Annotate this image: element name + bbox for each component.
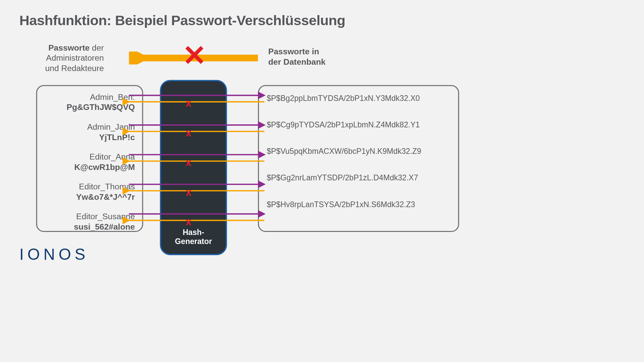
cross-icon: x bbox=[186, 157, 192, 168]
user-entry: Admin_Janin YjTLnP!c bbox=[44, 122, 135, 142]
center-line2: Generator bbox=[175, 237, 212, 245]
cross-icon: x bbox=[186, 98, 192, 108]
hash-entry: $P$Vu5pqKbmACXW/6bcP1yN.K9Mdk32.Z9 bbox=[267, 147, 450, 156]
label-left-line2: Administratoren bbox=[46, 53, 104, 63]
hash-generator-box: Hash- Generator bbox=[160, 80, 227, 255]
hash-entry: $P$Bg2ppLbmTYDSA/2bP1xN.Y3Mdk32.X0 bbox=[267, 94, 450, 103]
hash-generator-label: Hash- Generator bbox=[175, 228, 212, 246]
brand-logo: IONOS bbox=[19, 245, 89, 263]
user-entry: Admin_Ben: Pg&GThJW$QVQ bbox=[44, 92, 135, 113]
label-left-line3: und Redakteure bbox=[45, 64, 104, 73]
user-password: susi_562#alone bbox=[44, 222, 135, 232]
cross-icon: x bbox=[186, 217, 192, 227]
hashed-passwords-box: $P$Bg2ppLbmTYDSA/2bP1xN.Y3Mdk32.X0 $P$Cg… bbox=[258, 85, 459, 232]
diagram-title: Hashfunktion: Beispiel Passwort-Verschlü… bbox=[19, 12, 345, 28]
label-left-bold: Passworte bbox=[48, 43, 90, 52]
cross-icon: x bbox=[186, 128, 192, 138]
user-password: YjTLnP!c bbox=[44, 132, 135, 142]
user-password: Yw&o7&*J^^7r bbox=[44, 192, 135, 202]
user-entry: Editor_Thomas Yw&o7&*J^^7r bbox=[44, 181, 135, 202]
user-name: Admin_Janin bbox=[87, 122, 135, 132]
user-name: Editor_Thomas bbox=[79, 182, 135, 191]
hash-entry: $P$Cg9pTYDSA/2bP1xpLbmN.Z4Mdk82.Y1 bbox=[267, 120, 450, 129]
label-left-rest1: der bbox=[90, 43, 104, 52]
label-passwords-source: Passworte der Administratoren und Redakt… bbox=[45, 43, 104, 73]
label-right-line1: Passworte in bbox=[268, 47, 319, 56]
label-right-line2: der Datenbank bbox=[268, 57, 326, 67]
user-name: Editor_Susanne bbox=[76, 212, 135, 221]
user-password: Pg&GThJW$QVQ bbox=[44, 102, 135, 113]
plaintext-passwords-box: Admin_Ben: Pg&GThJW$QVQ Admin_Janin YjTL… bbox=[36, 85, 143, 232]
label-passwords-db: Passworte in der Datenbank bbox=[268, 46, 326, 67]
hash-entry: $P$Gg2nrLamYTSDP/2bP1zL.D4Mdk32.X7 bbox=[267, 174, 450, 182]
user-name: Admin_Ben: bbox=[90, 92, 135, 102]
user-entry: Editor_Anna K@cwR1bp@M bbox=[44, 152, 135, 172]
center-line1: Hash- bbox=[183, 228, 204, 236]
cross-icon: x bbox=[186, 187, 192, 197]
user-password: K@cwR1bp@M bbox=[44, 162, 135, 172]
hash-entry: $P$Hv8rpLanTSYSA/2bP1xN.S6Mdk32.Z3 bbox=[267, 200, 450, 209]
user-entry: Editor_Susanne susi_562#alone bbox=[44, 212, 135, 232]
user-name: Editor_Anna bbox=[90, 152, 135, 162]
big-cross-icon: ✕ bbox=[182, 41, 206, 70]
